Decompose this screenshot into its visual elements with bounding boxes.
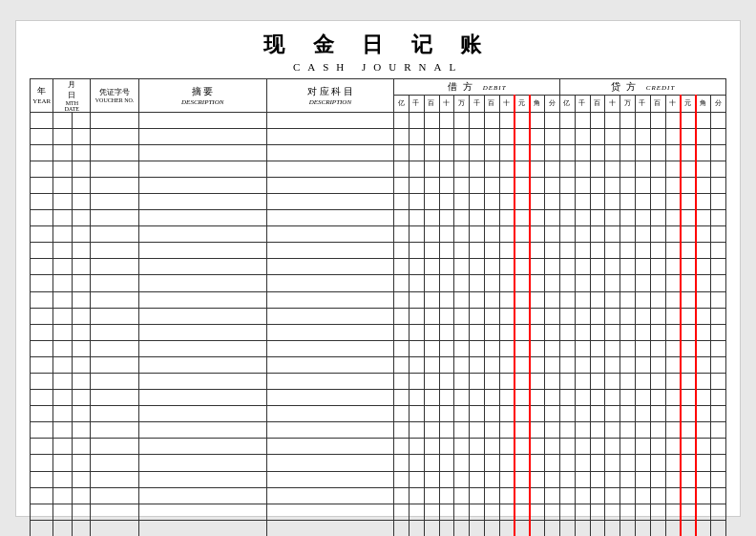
credit-cell: [575, 374, 590, 390]
debit-cell: [454, 406, 470, 422]
debit-cell: [470, 422, 485, 439]
credit-section-header: 贷 方 CREDIT: [560, 78, 726, 96]
credit-cell: [696, 356, 711, 373]
table-cell: [138, 112, 266, 128]
table-row[interactable]: [31, 390, 726, 406]
debit-cell: [410, 161, 425, 177]
credit-cell: [605, 422, 620, 439]
credit-cell: [650, 422, 665, 439]
table-cell: [53, 291, 72, 308]
credit-cell: [560, 455, 576, 471]
debit-cell: [499, 487, 514, 504]
table-cell: [138, 356, 266, 373]
table-row[interactable]: [31, 324, 726, 340]
table-cell: [91, 504, 139, 520]
credit-cell: [620, 128, 636, 144]
table-row[interactable]: [31, 374, 726, 390]
credit-cell: [665, 226, 681, 243]
credit-cell: [696, 471, 711, 487]
credit-cell: [696, 324, 711, 340]
credit-cell: [590, 308, 605, 324]
debit-cell: [545, 259, 560, 275]
credit-cell: [696, 406, 711, 422]
table-row[interactable]: [31, 406, 726, 422]
debit-cell: [439, 308, 454, 324]
table-cell: [138, 406, 266, 422]
debit-cell: [424, 439, 439, 455]
table-cell: [72, 504, 90, 520]
table-row[interactable]: [31, 243, 726, 259]
table-row[interactable]: [31, 193, 726, 209]
credit-cell: [590, 406, 605, 422]
table-row[interactable]: [31, 439, 726, 455]
debit-cell: [530, 308, 545, 324]
debit-cell: [454, 439, 470, 455]
table-row[interactable]: [31, 128, 726, 144]
table-row[interactable]: [31, 275, 726, 291]
debit-cell: [485, 471, 500, 487]
table-cell: [266, 308, 394, 324]
table-row[interactable]: [31, 356, 726, 373]
credit-cell: [560, 422, 576, 439]
debit-cell: [485, 177, 500, 193]
table-row[interactable]: [31, 340, 726, 356]
table-row[interactable]: [31, 455, 726, 471]
table-row[interactable]: [31, 210, 726, 226]
credit-cell: [605, 243, 620, 259]
credit-cell: [711, 210, 726, 226]
debit-cell: [470, 308, 485, 324]
debit-cell: [545, 487, 560, 504]
credit-cell: [681, 128, 696, 144]
credit-cell: [696, 291, 711, 308]
credit-cell: [711, 243, 726, 259]
table-row[interactable]: [31, 161, 726, 177]
table-row[interactable]: [31, 471, 726, 487]
table-row[interactable]: [31, 177, 726, 193]
table-cell: [53, 356, 72, 373]
credit-cell: [590, 144, 605, 161]
debit-cell: [410, 112, 425, 128]
table-row[interactable]: [31, 112, 726, 128]
table-cell: [266, 177, 394, 193]
debit-cell: [499, 422, 514, 439]
table-cell: [31, 422, 53, 439]
debit-cell: [499, 226, 514, 243]
debit-cell: [485, 226, 500, 243]
table-cell: [53, 390, 72, 406]
credit-cell: [560, 259, 576, 275]
credit-cell: [575, 455, 590, 471]
debit-cell: [485, 144, 500, 161]
table-row[interactable]: [31, 226, 726, 243]
credit-cell: [590, 520, 605, 536]
table-row[interactable]: [31, 144, 726, 161]
credit-cell: [636, 504, 651, 520]
table-row[interactable]: [31, 422, 726, 439]
credit-cell: [575, 177, 590, 193]
debit-cell: [514, 193, 530, 209]
table-cell: [266, 439, 394, 455]
table-row[interactable]: [31, 308, 726, 324]
debit-cell: [454, 112, 470, 128]
table-cell: [31, 128, 53, 144]
debit-cell: [485, 487, 500, 504]
credit-cell: [575, 471, 590, 487]
credit-cell: [696, 161, 711, 177]
table-cell: [72, 455, 90, 471]
debit-cell: [514, 471, 530, 487]
debit-cell: [485, 161, 500, 177]
credit-cell: [575, 161, 590, 177]
table-row[interactable]: [31, 520, 726, 536]
table-cell: [31, 275, 53, 291]
table-row[interactable]: [31, 291, 726, 308]
debit-cell: [394, 471, 410, 487]
table-row[interactable]: [31, 259, 726, 275]
credit-cell: [711, 471, 726, 487]
credit-cell: [711, 520, 726, 536]
debit-cell: [439, 275, 454, 291]
debit-cell: [454, 144, 470, 161]
table-row[interactable]: [31, 504, 726, 520]
debit-cell: [454, 422, 470, 439]
credit-cell: [590, 112, 605, 128]
table-row[interactable]: [31, 487, 726, 504]
table-cell: [53, 439, 72, 455]
